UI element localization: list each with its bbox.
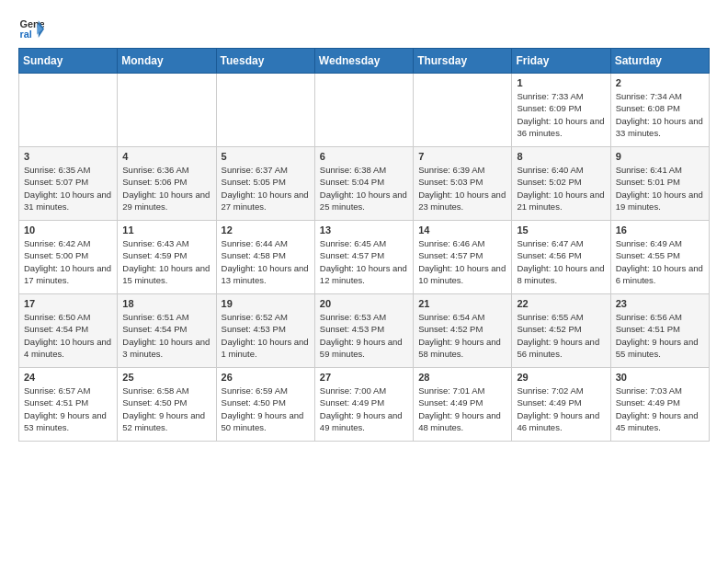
day-cell: 29Sunrise: 7:02 AM Sunset: 4:49 PM Dayli… <box>512 368 610 442</box>
day-cell: 23Sunrise: 6:56 AM Sunset: 4:51 PM Dayli… <box>610 294 709 368</box>
day-cell: 13Sunrise: 6:45 AM Sunset: 4:57 PM Dayli… <box>314 221 413 294</box>
day-info: Sunrise: 6:43 AM Sunset: 4:59 PM Dayligh… <box>122 237 210 286</box>
logo: Gene ral <box>18 15 48 40</box>
day-number: 19 <box>222 298 310 309</box>
header-cell-saturday: Saturday <box>610 49 709 74</box>
day-info: Sunrise: 7:01 AM Sunset: 4:49 PM Dayligh… <box>418 385 506 433</box>
day-info: Sunrise: 6:35 AM Sunset: 5:07 PM Dayligh… <box>24 164 112 213</box>
day-cell: 17Sunrise: 6:50 AM Sunset: 4:54 PM Dayli… <box>19 294 118 368</box>
day-info: Sunrise: 6:59 AM Sunset: 4:50 PM Dayligh… <box>222 385 310 433</box>
day-info: Sunrise: 7:02 AM Sunset: 4:49 PM Dayligh… <box>517 385 605 433</box>
day-cell: 25Sunrise: 6:58 AM Sunset: 4:50 PM Dayli… <box>118 368 216 442</box>
day-info: Sunrise: 6:53 AM Sunset: 4:53 PM Dayligh… <box>320 311 408 360</box>
day-number: 14 <box>418 224 506 236</box>
day-info: Sunrise: 6:44 AM Sunset: 4:58 PM Dayligh… <box>222 237 310 286</box>
day-number: 9 <box>616 151 704 162</box>
day-number: 5 <box>222 151 310 162</box>
day-info: Sunrise: 7:34 AM Sunset: 6:08 PM Dayligh… <box>616 90 704 139</box>
day-cell: 20Sunrise: 6:53 AM Sunset: 4:53 PM Dayli… <box>314 294 413 368</box>
day-number: 2 <box>616 77 704 88</box>
day-number: 24 <box>24 372 112 383</box>
day-info: Sunrise: 6:46 AM Sunset: 4:57 PM Dayligh… <box>418 237 506 286</box>
header-cell-tuesday: Tuesday <box>216 49 314 74</box>
day-info: Sunrise: 6:41 AM Sunset: 5:01 PM Dayligh… <box>616 164 704 213</box>
day-number: 15 <box>517 224 605 236</box>
day-cell: 28Sunrise: 7:01 AM Sunset: 4:49 PM Dayli… <box>414 368 512 442</box>
week-row-4: 17Sunrise: 6:50 AM Sunset: 4:54 PM Dayli… <box>19 294 710 368</box>
day-cell: 30Sunrise: 7:03 AM Sunset: 4:49 PM Dayli… <box>610 368 709 442</box>
header-cell-sunday: Sunday <box>19 49 118 74</box>
header-cell-monday: Monday <box>118 49 216 74</box>
day-info: Sunrise: 6:58 AM Sunset: 4:50 PM Dayligh… <box>122 385 210 433</box>
calendar-table: SundayMondayTuesdayWednesdayThursdayFrid… <box>18 48 710 442</box>
day-info: Sunrise: 6:40 AM Sunset: 5:02 PM Dayligh… <box>517 164 605 213</box>
header-cell-thursday: Thursday <box>414 49 512 74</box>
day-info: Sunrise: 6:57 AM Sunset: 4:51 PM Dayligh… <box>24 385 112 433</box>
day-cell: 6Sunrise: 6:38 AM Sunset: 5:04 PM Daylig… <box>314 147 413 221</box>
calendar-header: SundayMondayTuesdayWednesdayThursdayFrid… <box>19 49 710 74</box>
day-number: 1 <box>517 77 605 88</box>
day-cell: 16Sunrise: 6:49 AM Sunset: 4:55 PM Dayli… <box>610 221 709 294</box>
day-number: 18 <box>122 298 210 309</box>
day-number: 25 <box>122 372 210 383</box>
day-info: Sunrise: 6:50 AM Sunset: 4:54 PM Dayligh… <box>24 311 112 360</box>
day-number: 12 <box>222 224 310 236</box>
day-number: 20 <box>320 298 408 309</box>
week-row-3: 10Sunrise: 6:42 AM Sunset: 5:00 PM Dayli… <box>19 221 710 294</box>
day-cell: 10Sunrise: 6:42 AM Sunset: 5:00 PM Dayli… <box>19 221 118 294</box>
day-cell: 1Sunrise: 7:33 AM Sunset: 6:09 PM Daylig… <box>512 74 610 147</box>
day-number: 28 <box>418 372 506 383</box>
day-cell: 7Sunrise: 6:39 AM Sunset: 5:03 PM Daylig… <box>414 147 512 221</box>
day-info: Sunrise: 6:52 AM Sunset: 4:53 PM Dayligh… <box>222 311 310 360</box>
day-cell <box>414 74 512 147</box>
day-number: 7 <box>418 151 506 162</box>
day-cell: 5Sunrise: 6:37 AM Sunset: 5:05 PM Daylig… <box>216 147 314 221</box>
day-info: Sunrise: 6:37 AM Sunset: 5:05 PM Dayligh… <box>222 164 310 213</box>
day-number: 10 <box>24 224 112 236</box>
day-number: 16 <box>616 224 704 236</box>
day-info: Sunrise: 7:33 AM Sunset: 6:09 PM Dayligh… <box>517 90 605 139</box>
day-cell: 15Sunrise: 6:47 AM Sunset: 4:56 PM Dayli… <box>512 221 610 294</box>
day-number: 4 <box>122 151 210 162</box>
day-cell: 21Sunrise: 6:54 AM Sunset: 4:52 PM Dayli… <box>414 294 512 368</box>
day-cell: 24Sunrise: 6:57 AM Sunset: 4:51 PM Dayli… <box>19 368 118 442</box>
day-info: Sunrise: 6:51 AM Sunset: 4:54 PM Dayligh… <box>122 311 210 360</box>
day-number: 17 <box>24 298 112 309</box>
day-info: Sunrise: 6:36 AM Sunset: 5:06 PM Dayligh… <box>122 164 210 213</box>
day-cell: 3Sunrise: 6:35 AM Sunset: 5:07 PM Daylig… <box>19 147 118 221</box>
day-number: 29 <box>517 372 605 383</box>
day-number: 26 <box>222 372 310 383</box>
day-cell: 2Sunrise: 7:34 AM Sunset: 6:08 PM Daylig… <box>610 74 709 147</box>
day-info: Sunrise: 7:03 AM Sunset: 4:49 PM Dayligh… <box>616 385 704 433</box>
day-cell: 4Sunrise: 6:36 AM Sunset: 5:06 PM Daylig… <box>118 147 216 221</box>
day-number: 8 <box>517 151 605 162</box>
day-number: 27 <box>320 372 408 383</box>
day-number: 30 <box>616 372 704 383</box>
day-info: Sunrise: 6:49 AM Sunset: 4:55 PM Dayligh… <box>616 237 704 286</box>
day-info: Sunrise: 6:54 AM Sunset: 4:52 PM Dayligh… <box>418 311 506 360</box>
day-info: Sunrise: 6:38 AM Sunset: 5:04 PM Dayligh… <box>320 164 408 213</box>
logo-icon: Gene ral <box>18 15 44 40</box>
day-number: 22 <box>517 298 605 309</box>
day-cell: 27Sunrise: 7:00 AM Sunset: 4:49 PM Dayli… <box>314 368 413 442</box>
day-cell: 8Sunrise: 6:40 AM Sunset: 5:02 PM Daylig… <box>512 147 610 221</box>
day-cell: 14Sunrise: 6:46 AM Sunset: 4:57 PM Dayli… <box>414 221 512 294</box>
day-cell: 19Sunrise: 6:52 AM Sunset: 4:53 PM Dayli… <box>216 294 314 368</box>
day-cell: 12Sunrise: 6:44 AM Sunset: 4:58 PM Dayli… <box>216 221 314 294</box>
day-info: Sunrise: 6:39 AM Sunset: 5:03 PM Dayligh… <box>418 164 506 213</box>
day-info: Sunrise: 6:56 AM Sunset: 4:51 PM Dayligh… <box>616 311 704 360</box>
header-cell-friday: Friday <box>512 49 610 74</box>
week-row-5: 24Sunrise: 6:57 AM Sunset: 4:51 PM Dayli… <box>19 368 710 442</box>
day-number: 21 <box>418 298 506 309</box>
day-cell: 26Sunrise: 6:59 AM Sunset: 4:50 PM Dayli… <box>216 368 314 442</box>
day-cell <box>216 74 314 147</box>
day-cell: 11Sunrise: 6:43 AM Sunset: 4:59 PM Dayli… <box>118 221 216 294</box>
day-number: 13 <box>320 224 408 236</box>
day-number: 3 <box>24 151 112 162</box>
week-row-2: 3Sunrise: 6:35 AM Sunset: 5:07 PM Daylig… <box>19 147 710 221</box>
header: Gene ral <box>18 15 710 40</box>
day-number: 23 <box>616 298 704 309</box>
header-row: SundayMondayTuesdayWednesdayThursdayFrid… <box>19 49 710 74</box>
day-cell: 22Sunrise: 6:55 AM Sunset: 4:52 PM Dayli… <box>512 294 610 368</box>
calendar-body: 1Sunrise: 7:33 AM Sunset: 6:09 PM Daylig… <box>19 74 710 442</box>
